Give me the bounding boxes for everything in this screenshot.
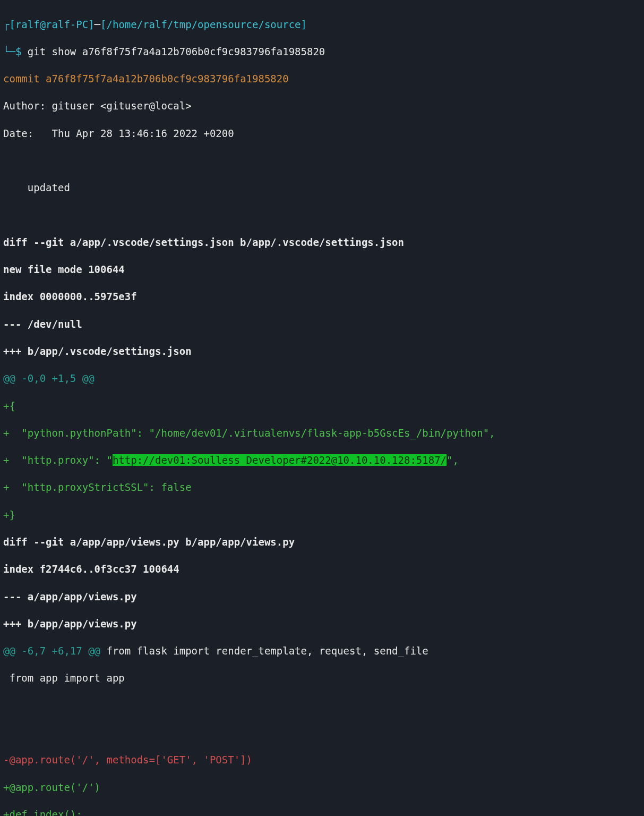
diff-context: [3, 726, 641, 740]
terminal-output[interactable]: ┌[ralf@ralf-PC]─[/home/ralf/tmp/opensour…: [0, 0, 644, 816]
diff-add: +def index():: [3, 808, 641, 816]
highlighted-proxy-url: http://dev01:Soulless_Developer#2022@10.…: [113, 454, 446, 466]
diff-afile-2: --- a/app/app/views.py: [3, 590, 641, 604]
diff-add: +}: [3, 508, 641, 522]
diff-add: +@app.route('/'): [3, 781, 641, 795]
commit-line: commit a76f8f75f7a4a12b706b0cf9c983796fa…: [3, 72, 641, 86]
diff-add: + "http.proxyStrictSSL": false: [3, 481, 641, 495]
diff-index-1: index 0000000..5975e3f: [3, 290, 641, 304]
diff-bfile-2: +++ b/app/app/views.py: [3, 617, 641, 631]
prompt-line-2: └─$ git show a76f8f75f7a4a12b706b0cf9c98…: [3, 45, 641, 59]
command-git: git: [28, 46, 46, 57]
diff-context: [3, 699, 641, 713]
diff-del: -@app.route('/', methods=['GET', 'POST']…: [3, 753, 641, 767]
diff-index-2: index f2744c6..0f3cc37 100644: [3, 563, 641, 576]
prompt-line-1: ┌[ralf@ralf-PC]─[/home/ralf/tmp/opensour…: [3, 18, 641, 32]
blank-line: [3, 154, 641, 168]
diff-add: +{: [3, 400, 641, 413]
diff-bfile-1: +++ b/app/.vscode/settings.json: [3, 345, 641, 359]
author-line: Author: gituser <gituser@local>: [3, 99, 641, 113]
diff-context: from app import app: [3, 672, 641, 685]
diff-newmode: new file mode 100644: [3, 263, 641, 277]
hunk-header-1: @@ -0,0 +1,5 @@: [3, 372, 641, 386]
command-args: show a76f8f75f7a4a12b706b0cf9c983796fa19…: [46, 46, 325, 57]
diff-header-2: diff --git a/app/app/views.py b/app/app/…: [3, 536, 641, 549]
commit-message: updated: [3, 181, 641, 195]
blank-line: [3, 209, 641, 223]
diff-afile-1: --- /dev/null: [3, 318, 641, 332]
diff-header-1: diff --git a/app/.vscode/settings.json b…: [3, 236, 641, 250]
diff-add-highlighted: + "http.proxy": "http://dev01:Soulless_D…: [3, 454, 641, 468]
hunk-header-2: @@ -6,7 +6,17 @@ from flask import rende…: [3, 644, 641, 658]
date-line: Date: Thu Apr 28 13:46:16 2022 +0200: [3, 127, 641, 141]
diff-add: + "python.pythonPath": "/home/dev01/.vir…: [3, 427, 641, 440]
